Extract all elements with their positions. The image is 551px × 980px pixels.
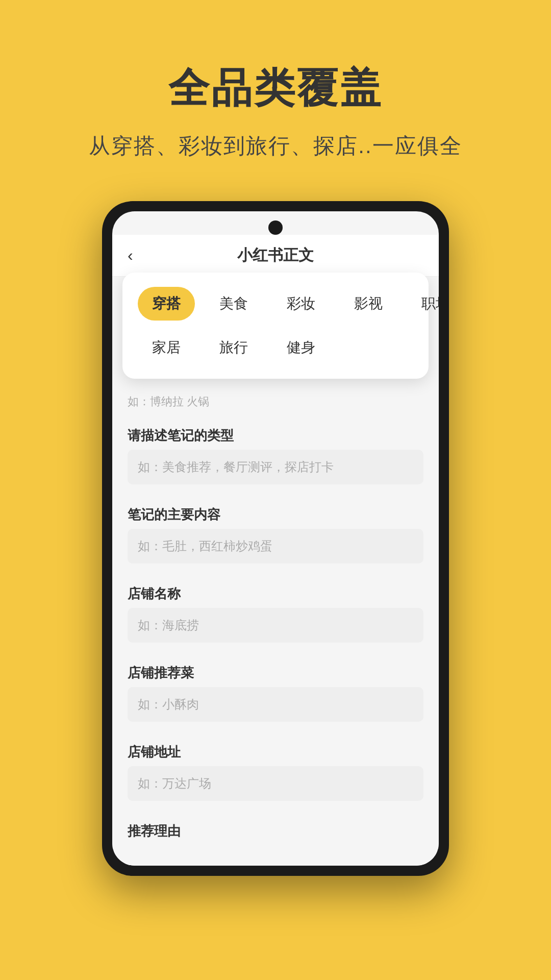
app-title: 小红书正文 (237, 245, 314, 266)
form-input-3[interactable]: 如：海底捞 (128, 608, 423, 643)
phone-screen: ‹ 小红书正文 穿搭 美食 彩妆 影视 职场 情感 家居 旅行 健身 (112, 211, 439, 866)
category-tag-yingshi[interactable]: 影视 (340, 287, 397, 321)
form-placeholder-3: 如：海底捞 (138, 618, 199, 632)
form-placeholder-4: 如：小酥肉 (138, 697, 199, 711)
back-button[interactable]: ‹ (128, 246, 133, 265)
category-tag-chuanda[interactable]: 穿搭 (138, 287, 195, 321)
form-area: 如：博纳拉 火锅 请描述笔记的类型 如：美食推荐，餐厅测评，探店打卡 笔记的主要… (112, 379, 439, 866)
form-section-3: 店铺名称 如：海底捞 (128, 575, 423, 643)
form-section-4: 店铺推荐菜 如：小酥肉 (128, 654, 423, 722)
form-input-1[interactable]: 如：美食推荐，餐厅测评，探店打卡 (128, 450, 423, 484)
form-section-6: 推荐理由 (128, 812, 423, 845)
category-row-2: 家居 旅行 健身 (138, 331, 413, 364)
category-popup: 穿搭 美食 彩妆 影视 职场 情感 家居 旅行 健身 (122, 273, 429, 379)
category-tag-caizhuang[interactable]: 彩妆 (272, 287, 330, 321)
page-subtitle: 从穿搭、彩妆到旅行、探店..一应俱全 (89, 132, 462, 160)
form-input-5[interactable]: 如：万达广场 (128, 766, 423, 801)
form-label-4: 店铺推荐菜 (128, 654, 423, 687)
form-section-5: 店铺地址 如：万达广场 (128, 733, 423, 801)
category-tag-jiaju[interactable]: 家居 (138, 331, 195, 364)
form-placeholder-1: 如：美食推荐，餐厅测评，探店打卡 (138, 460, 334, 474)
form-input-2[interactable]: 如：毛肚，西红柿炒鸡蛋 (128, 529, 423, 564)
page-headline: 全品类覆盖 (168, 61, 383, 116)
camera-dot (268, 220, 283, 235)
form-label-5: 店铺地址 (128, 733, 423, 766)
category-row-1: 穿搭 美食 彩妆 影视 职场 情感 (138, 287, 413, 321)
form-label-3: 店铺名称 (128, 575, 423, 608)
form-label-2: 笔记的主要内容 (128, 496, 423, 529)
category-tag-zhichang[interactable]: 职场 (407, 287, 439, 321)
form-label-6: 推荐理由 (128, 812, 423, 845)
form-section-2: 笔记的主要内容 如：毛肚，西红柿炒鸡蛋 (128, 496, 423, 564)
category-tag-meishi[interactable]: 美食 (205, 287, 262, 321)
phone-mockup: ‹ 小红书正文 穿搭 美食 彩妆 影视 职场 情感 家居 旅行 健身 (102, 201, 449, 876)
form-placeholder-2: 如：毛肚，西红柿炒鸡蛋 (138, 539, 272, 553)
form-section-1: 请描述笔记的类型 如：美食推荐，餐厅测评，探店打卡 (128, 416, 423, 484)
category-tag-jianshen[interactable]: 健身 (272, 331, 330, 364)
form-label-1: 请描述笔记的类型 (128, 416, 423, 450)
form-placeholder-5: 如：万达广场 (138, 776, 211, 790)
category-tag-lvxing[interactable]: 旅行 (205, 331, 262, 364)
form-input-4[interactable]: 如：小酥肉 (128, 687, 423, 722)
app-header: ‹ 小红书正文 (112, 235, 439, 277)
form-hint: 如：博纳拉 火锅 (128, 389, 423, 412)
page-container: 全品类覆盖 从穿搭、彩妆到旅行、探店..一应俱全 ‹ 小红书正文 穿搭 美食 彩… (0, 0, 551, 980)
